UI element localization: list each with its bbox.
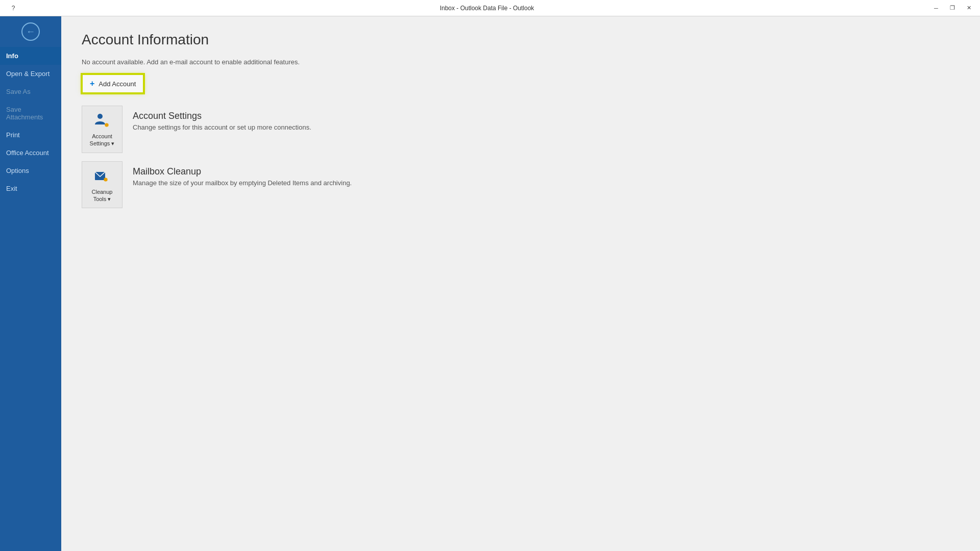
- account-settings-section: Account Settings ▾ Account Settings Chan…: [82, 106, 960, 153]
- window-controls: ─ ❐ ✕: [929, 3, 976, 13]
- sidebar: ← Info Open & Export Save As Save Attach…: [0, 16, 61, 551]
- minimize-button[interactable]: ─: [929, 3, 943, 13]
- titlebar: ? Inbox - Outlook Data File - Outlook ─ …: [0, 0, 980, 16]
- sidebar-nav: Info Open & Export Save As Save Attachme…: [0, 47, 61, 551]
- mailbox-cleanup-description: Manage the size of your mailbox by empty…: [133, 179, 352, 187]
- account-settings-text: Account Settings Change settings for thi…: [122, 106, 322, 136]
- window-title: Inbox - Outlook Data File - Outlook: [45, 5, 929, 12]
- add-account-label: Add Account: [99, 80, 136, 88]
- back-icon: ←: [21, 22, 40, 41]
- mailbox-cleanup-heading: Mailbox Cleanup: [133, 166, 352, 177]
- account-settings-icon: [93, 111, 111, 130]
- sidebar-item-print[interactable]: Print: [0, 126, 61, 144]
- account-settings-heading: Account Settings: [133, 111, 311, 121]
- sidebar-item-label-office-account: Office Account: [6, 149, 49, 157]
- sidebar-item-label-open-export: Open & Export: [6, 70, 50, 78]
- main-content: Account Information No account available…: [61, 16, 980, 551]
- restore-button[interactable]: ❐: [945, 3, 960, 13]
- cleanup-tools-button[interactable]: Cleanup Tools ▾: [82, 161, 122, 209]
- sidebar-item-save-attachments: Save Attachments: [0, 101, 61, 126]
- content-area: Account Information No account available…: [61, 16, 980, 232]
- subtitle-text: No account available. Add an e-mail acco…: [82, 58, 960, 66]
- sidebar-item-label-info: Info: [6, 52, 18, 60]
- account-settings-button[interactable]: Account Settings ▾: [82, 106, 122, 153]
- sidebar-item-label-options: Options: [6, 167, 29, 174]
- sidebar-item-info[interactable]: Info: [0, 47, 61, 65]
- account-settings-description: Change settings for this account or set …: [133, 123, 311, 131]
- app-container: ← Info Open & Export Save As Save Attach…: [0, 16, 980, 551]
- sidebar-item-label-save-as: Save As: [6, 88, 31, 95]
- mailbox-cleanup-section: Cleanup Tools ▾ Mailbox Cleanup Manage t…: [82, 161, 960, 209]
- help-button[interactable]: ?: [8, 3, 18, 13]
- add-account-button[interactable]: + Add Account: [82, 74, 144, 93]
- sidebar-item-save-as: Save As: [0, 83, 61, 101]
- sidebar-item-label-print: Print: [6, 131, 20, 139]
- sidebar-item-options[interactable]: Options: [0, 162, 61, 180]
- svg-point-0: [97, 114, 103, 119]
- sidebar-item-label-save-attachments: Save Attachments: [6, 106, 43, 121]
- account-settings-card-label: Account Settings ▾: [85, 133, 119, 147]
- sidebar-item-label-exit: Exit: [6, 185, 17, 192]
- sidebar-item-open-export[interactable]: Open & Export: [0, 65, 61, 83]
- back-button[interactable]: ←: [0, 16, 61, 47]
- close-button[interactable]: ✕: [962, 3, 976, 13]
- mailbox-cleanup-text: Mailbox Cleanup Manage the size of your …: [122, 161, 362, 192]
- sidebar-item-exit[interactable]: Exit: [0, 180, 61, 197]
- cleanup-tools-card-label: Cleanup Tools ▾: [85, 188, 119, 203]
- plus-icon: +: [90, 79, 94, 88]
- sidebar-item-office-account[interactable]: Office Account: [0, 144, 61, 162]
- page-title: Account Information: [82, 32, 960, 48]
- cleanup-tools-icon: [93, 167, 111, 185]
